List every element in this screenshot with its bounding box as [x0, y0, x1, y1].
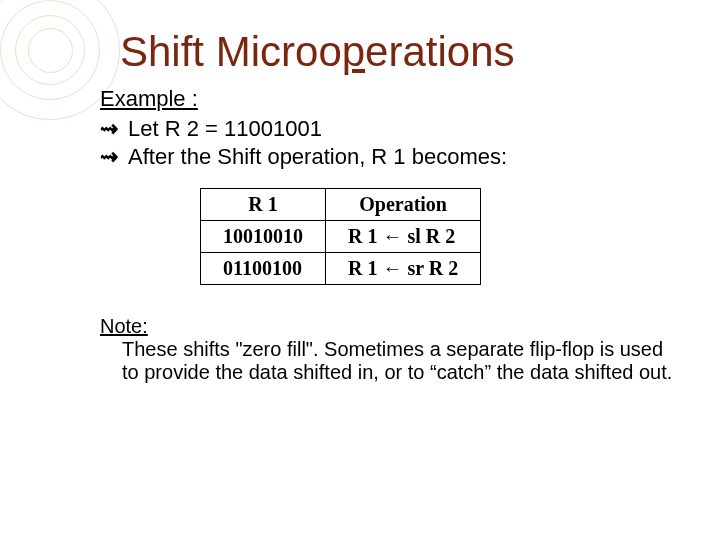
example-bullet-1: ⇝Let R 2 = 11001001: [100, 116, 680, 142]
note-section: Note: These shifts "zero fill". Sometime…: [100, 315, 680, 384]
table-header-r1: R 1: [201, 189, 326, 221]
slide-title: Shift Microoperations: [120, 28, 680, 76]
table-header-operation: Operation: [326, 189, 481, 221]
table-header-row: R 1 Operation: [201, 189, 481, 221]
title-word-2b: erations: [365, 28, 514, 75]
example-line-1: Let R 2 = 11001001: [128, 116, 322, 141]
example-bullet-2: ⇝After the Shift operation, R 1 becomes:: [100, 144, 680, 170]
shift-table: R 1 Operation 10010010 R 1 ← sl R 2 0110…: [200, 188, 680, 285]
example-section: Example : ⇝Let R 2 = 11001001 ⇝After the…: [100, 86, 680, 170]
table-row: 01100100 R 1 ← sr R 2: [201, 253, 481, 285]
bullet-icon: ⇝: [100, 144, 128, 170]
cell-operation: R 1 ← sr R 2: [326, 253, 481, 285]
title-underlined-letter: p: [342, 28, 365, 75]
cell-operation: R 1 ← sl R 2: [326, 221, 481, 253]
slide-content: Shift Microoperations Example : ⇝Let R 2…: [0, 0, 720, 404]
bullet-icon: ⇝: [100, 116, 128, 142]
title-word-2a: Microo: [216, 28, 342, 75]
cell-r1-value: 01100100: [201, 253, 326, 285]
cell-r1-value: 10010010: [201, 221, 326, 253]
example-heading: Example :: [100, 86, 680, 112]
table-row: 10010010 R 1 ← sl R 2: [201, 221, 481, 253]
example-line-2: After the Shift operation, R 1 becomes:: [128, 144, 507, 169]
note-heading: Note:: [100, 315, 680, 338]
note-body: These shifts "zero fill". Sometimes a se…: [122, 338, 680, 384]
title-word-1: Shift: [120, 28, 204, 75]
